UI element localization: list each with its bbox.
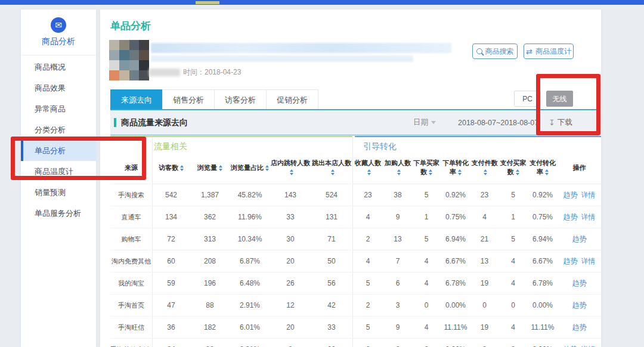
detail-link[interactable]: 详情 xyxy=(581,257,596,265)
sort-icon[interactable] xyxy=(290,169,293,175)
sidebar-item[interactable]: 单品分析 xyxy=(21,140,96,161)
tab[interactable]: 促销分析 xyxy=(266,89,318,110)
sort-icon[interactable] xyxy=(516,169,519,175)
column-header[interactable]: 店内跳转人数 xyxy=(270,159,311,176)
value-cell: 23 xyxy=(352,191,383,199)
column-header: 来源 xyxy=(110,163,152,172)
tab[interactable]: 来源去向 xyxy=(110,89,162,110)
sort-icon[interactable] xyxy=(458,169,462,175)
source-cell: 手淘首页 xyxy=(110,301,152,310)
product-search-button[interactable]: 商品搜索 xyxy=(472,44,518,59)
sort-icon[interactable] xyxy=(180,165,184,171)
column-header-label: 下单转化率 xyxy=(442,159,469,175)
trend-link[interactable]: 趋势 xyxy=(572,301,587,309)
value-cell: 2.91% xyxy=(230,301,270,309)
product-release-date: 时间：2018-04-23 xyxy=(183,67,241,78)
column-header[interactable]: 访客数 xyxy=(152,163,190,172)
download-button[interactable]: ↧ 下载 xyxy=(549,117,572,128)
actions-cell: 趋势 xyxy=(558,278,601,289)
detail-link[interactable]: 详情 xyxy=(581,213,596,221)
detail-link[interactable]: 详情 xyxy=(581,191,596,199)
trend-link[interactable]: 趋势 xyxy=(564,257,578,265)
value-cell: 5 xyxy=(412,235,441,243)
product-thermometer-button[interactable]: ⇄ 商品温度计 xyxy=(524,44,574,59)
value-cell: 60 xyxy=(152,257,190,265)
value-cell: 5 xyxy=(499,235,528,243)
sort-icon[interactable] xyxy=(265,165,269,171)
value-cell: 6.67% xyxy=(441,257,470,265)
trend-link[interactable]: 趋势 xyxy=(564,213,578,221)
column-header[interactable]: 支付件数 xyxy=(470,159,499,176)
sort-icon[interactable] xyxy=(545,169,549,175)
trend-link[interactable]: 趋势 xyxy=(564,191,578,199)
column-header[interactable]: 支付转化率 xyxy=(528,159,558,176)
sidebar-item[interactable]: 销量预测 xyxy=(21,182,96,203)
value-cell: 6 xyxy=(383,279,412,287)
date-range-value[interactable]: 2018-08-07~2018-08-07 xyxy=(458,119,538,127)
column-header-label: 操作 xyxy=(573,164,586,171)
value-cell: 5 xyxy=(499,191,528,199)
value-cell: 4 xyxy=(412,279,441,287)
search-button-label: 商品搜索 xyxy=(485,47,514,57)
sidebar: ✉ 商品分析 商品概况商品效果异常商品分类分析单品分析商品温度计销量预测单品服务… xyxy=(21,10,96,347)
column-header[interactable]: 浏览量占比 xyxy=(230,163,270,172)
value-cell: 1,387 xyxy=(190,191,230,199)
sort-icon[interactable] xyxy=(397,169,401,175)
trend-link[interactable]: 趋势 xyxy=(572,323,587,331)
column-header[interactable]: 加购人数 xyxy=(383,159,412,176)
value-cell: 19 xyxy=(470,279,499,287)
column-header[interactable]: 收藏人数 xyxy=(352,159,383,176)
sidebar-item[interactable]: 分类分析 xyxy=(21,119,96,140)
sidebar-item[interactable]: 异常商品 xyxy=(21,98,96,119)
value-cell: 0 xyxy=(412,301,441,309)
trend-link[interactable]: 趋势 xyxy=(572,235,587,243)
detail-link[interactable]: 详情 xyxy=(581,345,596,347)
device-toggle-button[interactable]: 无线 xyxy=(546,91,573,107)
value-cell: 131 xyxy=(311,213,352,221)
source-cell: 购物车 xyxy=(110,235,152,244)
value-cell: 20 xyxy=(270,257,311,265)
value-cell: 4 xyxy=(470,213,499,221)
date-filter-dropdown[interactable]: 日期 xyxy=(413,117,436,128)
sidebar-item[interactable]: 商品效果 xyxy=(21,78,96,98)
sort-icon[interactable] xyxy=(429,169,432,175)
column-header-label: 下单买家数 xyxy=(413,159,439,175)
column-header[interactable]: 跳出本店人数 xyxy=(311,159,352,176)
actions-cell: 趋势详情 xyxy=(558,345,601,347)
sidebar-item[interactable]: 单品服务分析 xyxy=(21,203,96,224)
sort-icon[interactable] xyxy=(219,165,222,171)
value-cell: 59 xyxy=(152,279,190,287)
value-cell: 362 xyxy=(190,213,230,221)
value-cell: 13 xyxy=(383,235,412,243)
device-toggle-button[interactable]: PC xyxy=(514,91,541,107)
table-row: 手淘搜索5421,38745.82%143524233850.92%2350.9… xyxy=(110,184,601,206)
trend-link[interactable]: 趋势 xyxy=(572,279,587,287)
actions-cell: 趋势详情 xyxy=(558,190,601,200)
trend-link[interactable]: 趋势 xyxy=(564,345,578,347)
tab[interactable]: 销售分析 xyxy=(162,89,214,110)
column-header[interactable]: 下单买家数 xyxy=(412,159,441,176)
sort-icon[interactable] xyxy=(484,169,487,175)
column-header: 操作 xyxy=(558,163,601,172)
download-icon: ↧ xyxy=(549,119,555,126)
tab[interactable]: 访客分析 xyxy=(214,89,266,110)
value-cell: 9 xyxy=(383,323,412,331)
sort-icon[interactable] xyxy=(367,169,371,175)
sidebar-item[interactable]: 商品温度计 xyxy=(21,161,96,182)
sort-icon[interactable] xyxy=(331,169,335,175)
value-cell: 134 xyxy=(152,213,190,221)
column-header-label: 收藏人数 xyxy=(355,159,381,166)
date-filter-label: 日期 xyxy=(413,117,428,128)
sidebar-item[interactable]: 商品概况 xyxy=(21,57,96,78)
column-header[interactable]: 支付买家数 xyxy=(499,159,528,176)
product-subtitle-blurred xyxy=(151,55,413,62)
conversion-group-underline xyxy=(355,136,601,137)
value-cell: 26 xyxy=(270,279,311,287)
value-cell: 10.34% xyxy=(230,235,270,243)
value-cell: 20 xyxy=(270,323,311,331)
product-title-blurred xyxy=(151,43,451,53)
value-cell: 196 xyxy=(190,279,230,287)
column-header[interactable]: 浏览量 xyxy=(190,163,230,172)
value-cell: 4 xyxy=(412,323,441,331)
column-header[interactable]: 下单转化率 xyxy=(441,159,470,176)
